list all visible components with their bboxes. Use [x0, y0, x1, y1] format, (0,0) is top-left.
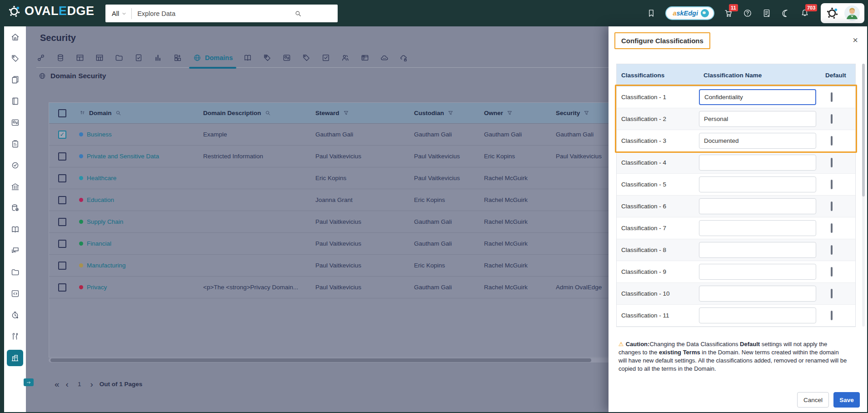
tab-connectors[interactable]	[36, 48, 45, 68]
notifications-icon[interactable]: 703	[800, 8, 810, 18]
default-checkbox[interactable]	[831, 92, 833, 102]
bookmark-icon[interactable]	[646, 8, 656, 18]
classification-name-input[interactable]	[699, 155, 816, 171]
classification-name-input[interactable]	[699, 111, 816, 127]
search-icon[interactable]	[294, 10, 302, 18]
sidebar-item-glossary[interactable]	[4, 91, 26, 112]
search-input[interactable]	[132, 10, 294, 17]
tab-api-security[interactable]	[399, 48, 409, 68]
sidebar-item-security[interactable]	[4, 347, 26, 368]
sidebar-item-governance[interactable]	[4, 176, 26, 197]
domain-link[interactable]: Healthcare	[87, 175, 116, 181]
sidebar-item-literacy[interactable]	[4, 219, 26, 240]
row-select-checkbox[interactable]	[58, 174, 66, 182]
release-notes-icon[interactable]	[762, 8, 772, 18]
tab-tables[interactable]	[75, 48, 85, 68]
cart-icon[interactable]: 11	[723, 8, 733, 18]
filter-icon[interactable]	[447, 110, 454, 116]
search-scope-dropdown[interactable]: All	[105, 10, 131, 17]
tab-apis[interactable]	[380, 48, 389, 68]
cancel-button[interactable]: Cancel	[797, 392, 829, 408]
next-page-button[interactable]: ›	[90, 380, 93, 388]
prev-page-button[interactable]: ‹	[66, 380, 69, 388]
tab-users[interactable]	[341, 48, 350, 68]
panel-scrollbar-thumb[interactable]	[862, 64, 865, 196]
sidebar-expand-button[interactable]	[24, 378, 34, 386]
tab-domains[interactable]: Domains	[193, 48, 233, 68]
default-checkbox[interactable]	[831, 223, 833, 233]
filter-icon[interactable]	[343, 110, 349, 116]
classification-name-input[interactable]	[699, 264, 816, 280]
filter-icon[interactable]	[583, 110, 590, 116]
row-select-checkbox[interactable]	[58, 283, 66, 292]
tab-certifications[interactable]	[321, 48, 330, 68]
column-header-steward[interactable]: Steward	[315, 110, 414, 116]
domain-link[interactable]: Supply Chain	[87, 218, 123, 225]
classification-name-input[interactable]	[699, 89, 816, 105]
sidebar-item-data-catalog[interactable]	[4, 69, 26, 91]
column-header-description[interactable]: Domain Description	[203, 110, 315, 116]
domain-link[interactable]: Manufacturing	[87, 262, 126, 269]
save-button[interactable]: Save	[833, 392, 860, 408]
sidebar-item-tools[interactable]	[4, 326, 26, 347]
classification-name-input[interactable]	[699, 242, 816, 258]
classification-name-input[interactable]	[699, 286, 816, 302]
sidebar-item-collaboration[interactable]	[4, 240, 26, 262]
classification-name-input[interactable]	[699, 133, 816, 149]
sidebar-item-tags[interactable]	[4, 48, 26, 69]
domain-link[interactable]: Business	[87, 131, 112, 138]
classification-name-input[interactable]	[699, 176, 816, 192]
sidebar-item-reports[interactable]	[4, 112, 26, 133]
tab-tags[interactable]	[263, 48, 272, 68]
default-checkbox[interactable]	[831, 201, 833, 211]
sort-icon[interactable]	[79, 110, 86, 116]
default-checkbox[interactable]	[831, 245, 833, 255]
column-header-domain[interactable]: Domain	[79, 110, 203, 116]
first-page-button[interactable]: «	[55, 380, 60, 388]
row-select-checkbox[interactable]	[58, 218, 66, 226]
dark-mode-icon[interactable]	[781, 8, 791, 18]
sidebar-item-approvals[interactable]	[4, 155, 26, 176]
panel-scrollbar[interactable]	[862, 64, 865, 327]
default-checkbox[interactable]	[831, 114, 833, 124]
tab-data-models[interactable]	[173, 48, 182, 68]
default-checkbox[interactable]	[831, 158, 833, 167]
row-select-checkbox[interactable]	[58, 240, 66, 248]
askedgi-button[interactable]: askEdgi	[665, 6, 714, 20]
default-checkbox[interactable]	[831, 289, 833, 298]
column-header-owner[interactable]: Owner	[484, 110, 556, 116]
sidebar-item-files[interactable]	[4, 262, 26, 283]
tab-glossary[interactable]	[243, 48, 252, 68]
row-select-checkbox[interactable]	[58, 152, 66, 161]
scrollbar-thumb[interactable]	[50, 358, 591, 362]
sidebar-item-home[interactable]	[4, 26, 26, 48]
horizontal-scrollbar[interactable]	[49, 358, 612, 363]
tab-labels[interactable]	[302, 48, 311, 68]
default-checkbox[interactable]	[831, 136, 833, 146]
column-header-custodian[interactable]: Custodian	[414, 110, 484, 116]
ovaledge-logo[interactable]: OVALEDGE	[7, 4, 95, 18]
ovaledge-gear-icon[interactable]	[825, 6, 839, 20]
select-all-checkbox[interactable]	[58, 109, 66, 117]
tab-files[interactable]	[115, 48, 124, 68]
filter-icon[interactable]	[506, 110, 513, 116]
classification-name-input[interactable]	[699, 198, 816, 214]
row-select-checkbox[interactable]	[58, 262, 66, 270]
row-select-checkbox[interactable]	[58, 196, 66, 204]
sidebar-item-data-stores[interactable]	[4, 197, 26, 219]
tab-queries[interactable]	[134, 48, 143, 68]
classification-name-input[interactable]	[699, 307, 816, 323]
tab-charts[interactable]	[154, 48, 163, 68]
default-checkbox[interactable]	[831, 267, 833, 277]
tab-reports[interactable]	[282, 48, 291, 68]
classification-name-input[interactable]	[699, 220, 816, 236]
close-icon[interactable]: ×	[853, 35, 858, 45]
domain-link[interactable]: Privacy	[87, 284, 107, 291]
default-checkbox[interactable]	[831, 311, 833, 320]
user-avatar[interactable]	[844, 5, 860, 21]
tab-databases[interactable]	[56, 48, 65, 68]
sidebar-item-query-sheets[interactable]	[4, 283, 26, 304]
tab-service-desk[interactable]	[360, 48, 369, 68]
tab-columns[interactable]	[95, 48, 104, 68]
default-checkbox[interactable]	[831, 180, 833, 189]
